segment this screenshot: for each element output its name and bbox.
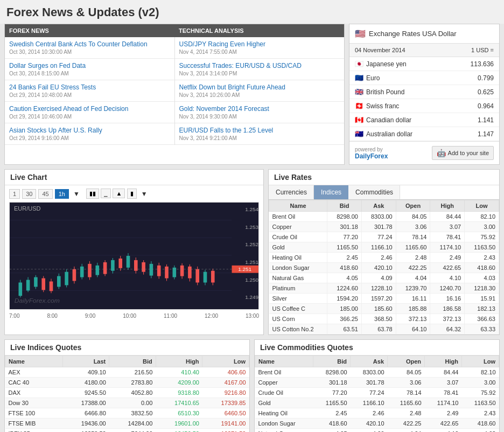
news-left-item: Asian Stocks Up After U.S. RallyOct 29, … bbox=[5, 123, 174, 145]
forex-news-header: FOREX NEWS bbox=[5, 24, 174, 37]
svg-text:1.250: 1.250 bbox=[245, 277, 258, 282]
rates-row: Natural Gas4.054.094.044.104.03 bbox=[269, 273, 499, 283]
commodities-cell-low: 3.00 bbox=[461, 378, 499, 388]
news-link[interactable]: Successful Trades: EUR/USD & USD/CAD bbox=[179, 62, 340, 69]
news-left-column: Swedish Central Bank Acts To Counter Def… bbox=[5, 37, 175, 145]
indices-row: IBEX 3510358.507644.0010456.5010271.50 bbox=[5, 429, 249, 433]
indices-cell-high: 410.40 bbox=[156, 367, 202, 378]
add-to-site-button[interactable]: 🤖 Add to your site bbox=[432, 146, 494, 160]
news-left-item: Caution Exercised Ahead of Fed DecisionO… bbox=[5, 102, 174, 123]
rates-cell-high: 422.65 bbox=[430, 263, 465, 273]
news-left-item: Swedish Central Bank Acts To Counter Def… bbox=[5, 37, 174, 59]
indices-cell-high: 6510.30 bbox=[156, 408, 202, 419]
news-link[interactable]: Gold: November 2014 Forecast bbox=[179, 105, 340, 113]
rates-cell-ask: 1597.20 bbox=[361, 294, 396, 304]
rates-cell-high: 4.10 bbox=[430, 273, 465, 283]
rates-cell-low: 418.60 bbox=[465, 263, 499, 273]
rates-cell-ask: 77.24 bbox=[361, 232, 396, 242]
exchange-title: Exchange Rates USA Dollar bbox=[369, 30, 457, 38]
rates-cell-name: Brent Oil bbox=[269, 212, 327, 222]
news-link[interactable]: Caution Exercised Ahead of Fed Decision bbox=[9, 105, 170, 113]
indices-row: FTSE MIB19436.0014284.0019601.0019141.00 bbox=[5, 419, 249, 429]
rates-cell-open: 1239.70 bbox=[396, 283, 430, 294]
indices-header: Low bbox=[202, 356, 249, 367]
rates-cell-low: 182.13 bbox=[465, 304, 499, 314]
indices-row: CAC 404180.002783.804209.004167.00 bbox=[5, 378, 249, 388]
indices-table: NameLastBidHighLow AEX409.10216.50410.40… bbox=[5, 356, 249, 432]
indices-cell-name: DAX bbox=[5, 388, 63, 398]
news-link[interactable]: Asian Stocks Up After U.S. Rally bbox=[9, 127, 170, 134]
indices-cell-bid: 0.00 bbox=[109, 398, 156, 408]
commodities-cell-name: Heating Oil bbox=[255, 408, 313, 419]
chart-x-axis: 7:008:009:0010:0011:0012:0013:00 bbox=[5, 312, 263, 321]
currency-flag-icon: 🇬🇧 bbox=[355, 88, 363, 96]
news-link[interactable]: USD/JPY Racing Even Higher bbox=[179, 40, 340, 48]
currency-name: Swiss franc bbox=[366, 102, 399, 110]
chart-area-icon[interactable]: ▲ bbox=[113, 189, 125, 198]
rates-tab-commodities[interactable]: Commodities bbox=[348, 185, 400, 199]
rates-header-bid: Bid bbox=[327, 200, 362, 212]
rates-cell-bid: 366.25 bbox=[327, 314, 362, 324]
rates-row: US Corn366.25368.50372.13372.13366.63 bbox=[269, 314, 499, 324]
rates-cell-ask: 301.78 bbox=[361, 222, 396, 232]
commodities-cell-high: 422.65 bbox=[425, 419, 462, 429]
commodities-cell-open: 78.14 bbox=[388, 388, 425, 398]
commodities-cell-bid: 77.20 bbox=[313, 388, 351, 398]
news-link[interactable]: 24 Banks Fail EU Stress Tests bbox=[9, 83, 170, 91]
commodities-cell-ask: 420.10 bbox=[351, 419, 388, 429]
rate-value: 0.625 bbox=[478, 88, 494, 96]
rates-cell-bid: 2.45 bbox=[327, 253, 362, 263]
chart-btn-30[interactable]: 30 bbox=[22, 189, 36, 199]
indices-cell-last: 9245.50 bbox=[62, 388, 109, 398]
svg-rect-59 bbox=[232, 203, 259, 309]
exchange-rate-row: 🇨🇦 Canadian dollar 1.141 bbox=[349, 113, 499, 127]
rates-tab-currencies[interactable]: Currencies bbox=[269, 185, 314, 199]
indices-cell-bid: 2783.80 bbox=[109, 378, 156, 388]
live-commodities-title: Live Commodities Quotes bbox=[255, 340, 499, 356]
news-link[interactable]: Netflix Down but Bright Future Ahead bbox=[179, 83, 340, 91]
indices-cell-low: 10271.50 bbox=[202, 429, 249, 433]
indices-cell-low: 4167.00 bbox=[202, 378, 249, 388]
chart-candle-icon[interactable]: ▮ bbox=[127, 189, 137, 199]
news-link[interactable]: Dollar Surges on Fed Data bbox=[9, 62, 170, 69]
indices-cell-last: 10358.50 bbox=[62, 429, 109, 433]
commodities-cell-ask: 301.78 bbox=[351, 378, 388, 388]
rates-cell-open: 372.13 bbox=[396, 314, 430, 324]
chart-btn-1h[interactable]: 1h bbox=[55, 189, 69, 199]
rates-cell-open: 84.05 bbox=[396, 212, 430, 222]
chart-bar-icon[interactable]: ▮▮ bbox=[86, 189, 99, 199]
chart-btn-1[interactable]: 1 bbox=[9, 189, 20, 199]
commodities-cell-ask: 1166.10 bbox=[351, 398, 388, 408]
commodities-cell-open: 1165.60 bbox=[388, 398, 425, 408]
exchange-base: 1 USD = bbox=[471, 47, 494, 53]
indices-cell-bid: 7644.00 bbox=[109, 429, 156, 433]
rates-header-ask: Ask bbox=[361, 200, 396, 212]
rates-cell-ask: 185.60 bbox=[361, 304, 396, 314]
indices-cell-name: FTSE MIB bbox=[5, 419, 63, 429]
news-link[interactable]: Swedish Central Bank Acts To Counter Def… bbox=[9, 40, 170, 48]
commodities-cell-low: 75.92 bbox=[461, 388, 499, 398]
indices-header: High bbox=[156, 356, 202, 367]
svg-text:1.251: 1.251 bbox=[238, 266, 251, 271]
chart-line-icon[interactable]: ⎯ bbox=[101, 189, 111, 198]
rates-cell-name: London Sugar bbox=[269, 263, 327, 273]
daily-forex-link[interactable]: DailyForex bbox=[355, 152, 388, 160]
rates-cell-high: 1174.10 bbox=[430, 242, 465, 253]
rate-value: 1.141 bbox=[478, 116, 494, 124]
rates-cell-bid: 185.00 bbox=[327, 304, 362, 314]
indices-header: Name bbox=[5, 356, 63, 367]
commodities-cell-name: Gold bbox=[255, 398, 313, 408]
commodities-cell-low: 418.60 bbox=[461, 419, 499, 429]
commodities-cell-high: 1174.10 bbox=[425, 398, 462, 408]
rates-cell-high: 78.41 bbox=[430, 232, 465, 242]
commodities-row: Crude Oil77.2077.2478.1478.4175.92 bbox=[255, 388, 499, 398]
news-link[interactable]: EUR/USD Falls to the 1.25 Level bbox=[179, 127, 340, 134]
currency-flag-icon: 🇦🇺 bbox=[355, 130, 363, 138]
rates-tab-indices[interactable]: Indices bbox=[314, 185, 348, 199]
rates-cell-name: Natural Gas bbox=[269, 273, 327, 283]
chart-btn-45[interactable]: 45 bbox=[38, 189, 52, 199]
rates-cell-open: 4.04 bbox=[396, 273, 430, 283]
rates-cell-high: 64.32 bbox=[430, 324, 465, 335]
indices-cell-bid: 4052.80 bbox=[109, 388, 156, 398]
commodities-header: Name bbox=[255, 356, 313, 367]
